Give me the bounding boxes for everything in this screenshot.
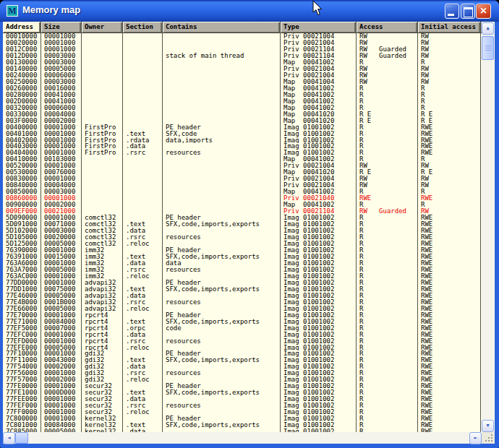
table-row[interactable]: 5D09100000071000comctl32.textSFX,code,im… xyxy=(3,221,482,228)
title-bar[interactable]: M Memory map ✕ xyxy=(0,0,499,22)
table-row[interactable]: 0040100000001000FirstPro.textSFX,codeIma… xyxy=(3,131,482,137)
cell-section xyxy=(123,111,163,118)
table-row[interactable]: 763AC00000001000imm32.relocImag 01001002… xyxy=(3,273,482,280)
table-row[interactable]: 0090000000002000Map 00041002RR xyxy=(3,202,482,208)
cell-access: R xyxy=(357,137,418,144)
table-row[interactable]: 0040200000001000FirstPro.rdatadata,impor… xyxy=(3,137,482,144)
table-row[interactable]: 0040000000001000FirstProPE headerImag 01… xyxy=(3,124,482,131)
table-row[interactable]: 77E6600000005000advapi32.relocImag 01001… xyxy=(3,306,482,312)
column-header-type[interactable]: Type xyxy=(281,22,357,33)
horizontal-scroll-thumb[interactable] xyxy=(15,432,28,444)
table-row[interactable]: 0041000000103000Map 00041002RR xyxy=(3,156,482,163)
table-row[interactable]: 0052000000001000Priv 00021004RWRW xyxy=(3,163,482,169)
cell-owner: secur32 xyxy=(82,402,123,409)
close-button[interactable]: ✕ xyxy=(476,4,491,19)
table-row[interactable]: 0053000000076000Map 00041020R ER E xyxy=(3,169,482,176)
table-row[interactable]: 0012D00000003000stack of main threadPriv… xyxy=(3,53,482,59)
column-header-contains[interactable]: Contains xyxy=(163,22,281,33)
cell-address: 77F10000 xyxy=(3,350,41,357)
table-row[interactable]: 77E7100000084000rpcrt4.textSFX,code,impo… xyxy=(3,319,482,325)
cell-address: 00403000 xyxy=(3,143,41,150)
table-row[interactable]: 0033000000004000Map 00041020R ER E xyxy=(3,111,482,118)
cell-access: RW xyxy=(357,182,418,189)
table-row[interactable]: 0032000000006000Map 00041002RR xyxy=(3,105,482,111)
table-row[interactable]: 763A600000001000imm32.datadataImag 01001… xyxy=(3,260,482,267)
cell-address: 77F11000 xyxy=(3,357,41,363)
table-row[interactable]: 77F5700000002000gdi32.relocImag 01001002… xyxy=(3,376,482,383)
table-row[interactable]: 7639100000015000imm32.textSFX,code,impor… xyxy=(3,254,482,260)
table-row[interactable]: 77FE10000000D000secur32.textSFX,code,imp… xyxy=(3,389,482,396)
table-row[interactable]: 77FEF00000001000secur32.rsrcresourcesIma… xyxy=(3,402,482,409)
table-row[interactable]: 5D10500000020000comctl32.rsrcresourcesIm… xyxy=(3,234,482,241)
scroll-right-icon[interactable]: ► xyxy=(469,432,482,444)
table-row[interactable]: 0028000000041000Map 00041002RR xyxy=(3,92,482,98)
table-row[interactable]: 0012C00000001000Priv 00021104RW GuardedR… xyxy=(3,46,482,53)
table-row[interactable]: 77F1100000043000gdi32.textSFX,code,impor… xyxy=(3,357,482,363)
table-row[interactable]: 0084000000004000Priv 00021004RWRW xyxy=(3,182,482,189)
table-row[interactable]: 0083000000001000Priv 00021004RWRW xyxy=(3,176,482,182)
cell-initial-access: R xyxy=(418,202,481,208)
table-row[interactable]: 0086000000001000Priv 00021040RWERWE xyxy=(3,195,482,202)
table-row[interactable]: 002D000000041000Map 00041002RR xyxy=(3,98,482,105)
cell-size: 00002000 xyxy=(41,202,82,208)
vertical-scrollbar[interactable]: ▲ ▼ xyxy=(482,22,494,432)
table-row[interactable]: 77E7000000001000rpcrt4PE headerImag 0100… xyxy=(3,312,482,319)
table-row[interactable]: 0026000000016000Map 00041002RR xyxy=(3,85,482,92)
table-row[interactable]: 0040400000001000FirstPro.rsrcresourcesIm… xyxy=(3,150,482,156)
table-row[interactable]: 0040300000001000FirstPro.dataImag 010010… xyxy=(3,143,482,150)
table-row[interactable]: 7639000000001000imm32PE headerImag 01001… xyxy=(3,247,482,254)
table-row[interactable]: 77DD000000001000advapi32PE headerImag 01… xyxy=(3,280,482,286)
minimize-button[interactable] xyxy=(445,4,459,19)
column-header-owner[interactable]: Owner xyxy=(82,22,123,33)
table-row[interactable]: 0024000000006000Priv 00021004RWRW xyxy=(3,72,482,79)
cell-access: R xyxy=(357,273,418,280)
table-row[interactable]: 5D10200000003000comctl32.dataImag 010010… xyxy=(3,228,482,234)
table-row[interactable]: 77FE000000001000secur32PE headerImag 010… xyxy=(3,383,482,389)
column-header-section[interactable]: Section xyxy=(123,22,163,33)
table-row[interactable]: 77EFC00000001000rpcrt4.dataImag 01001002… xyxy=(3,332,482,338)
column-header-address[interactable]: Address xyxy=(3,22,41,33)
scroll-up-icon[interactable]: ▲ xyxy=(482,22,494,35)
column-header-initial-access[interactable]: Initial access xyxy=(418,22,481,33)
table-row[interactable]: 77FF000000001000secur32.relocImag 010010… xyxy=(3,409,482,415)
table-row[interactable]: 0002000000001000Priv 00021004RWRW xyxy=(3,40,482,46)
cell-initial-access: RWE xyxy=(418,299,481,306)
cell-address: 00010000 xyxy=(3,33,41,40)
table-row[interactable]: 0001000000001000Priv 00021004RWRW xyxy=(3,33,482,40)
cell-section xyxy=(123,208,163,215)
resize-grip[interactable] xyxy=(485,434,493,442)
maximize-button[interactable] xyxy=(461,4,475,19)
table-row[interactable]: 77DD100000075000advapi32.textSFX,code,im… xyxy=(3,286,482,293)
table-row[interactable]: 003F000000002000Map 00041020R ER E xyxy=(3,118,482,124)
column-header-access[interactable]: Access xyxy=(357,22,418,33)
table-row[interactable]: 77E4600000005000advapi32.dataImag 010010… xyxy=(3,293,482,299)
cell-initial-access: R E xyxy=(418,111,481,118)
table-row[interactable]: 7C80100000084000kernel32.textSFX,code,im… xyxy=(3,422,482,428)
cell-owner: secur32 xyxy=(82,396,123,402)
cell-access: R xyxy=(357,415,418,422)
table-row[interactable]: 77FEE00000001000secur32.dataImag 0100100… xyxy=(3,396,482,402)
table-row[interactable]: 7C80000000001000kernel32PE headerImag 01… xyxy=(3,415,482,422)
table-row[interactable]: 5D12500000005000comctl32.relocImag 01001… xyxy=(3,241,482,247)
column-header-size[interactable]: Size xyxy=(41,22,82,33)
scroll-down-icon[interactable]: ▼ xyxy=(482,420,494,432)
table-row[interactable]: 77E4B0000001B000advapi32.rsrcresourcesIm… xyxy=(3,299,482,306)
table-row[interactable]: 0013000000003000Map 00041002RR xyxy=(3,59,482,66)
table-row[interactable]: 77F1000000001000gdi32PE headerImag 01001… xyxy=(3,350,482,357)
cell-section xyxy=(123,176,163,182)
table-row[interactable]: 763A700000005000imm32.rsrcresourcesImag … xyxy=(3,267,482,273)
horizontal-scrollbar[interactable]: ◄ ► xyxy=(3,432,482,444)
table-row[interactable]: 0085000000003000Map 00041002RR xyxy=(3,189,482,195)
table-row[interactable]: 77F5400000002000gdi32.dataImag 01001002R… xyxy=(3,363,482,370)
table-row[interactable]: 5D09000000001000comctl32PE headerImag 01… xyxy=(3,215,482,221)
table-row[interactable]: 77EF500000007000rpcrt4.orpccodeImag 0100… xyxy=(3,325,482,332)
scroll-left-icon[interactable]: ◄ xyxy=(3,432,15,444)
table-row[interactable]: 0025000000003000Map 00041004RWRW xyxy=(3,79,482,85)
table-row[interactable]: 0014000000005000Priv 00021004RWRW xyxy=(3,66,482,72)
table-row[interactable]: 77F5600000001000gdi32.rsrcresourcesImag … xyxy=(3,370,482,376)
table-row[interactable]: 77EFD00000001000rpcrt4.rsrcresourcesImag… xyxy=(3,338,482,345)
table-row[interactable]: 009EF00000021000Priv 00021104RW GuardedR… xyxy=(3,208,482,215)
vertical-scroll-thumb[interactable] xyxy=(482,36,494,60)
cell-access: R xyxy=(357,306,418,312)
table-row[interactable]: 77EFE00000005000rpcrt4.relocImag 0100100… xyxy=(3,345,482,351)
